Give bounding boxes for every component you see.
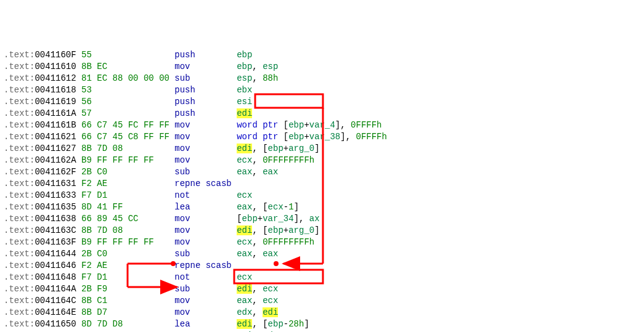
operands: esp, 88h [237, 73, 278, 83]
disasm-line[interactable]: .text:00411618 53 push ebx [4, 84, 640, 96]
disasm-line[interactable]: .text:0041160F 55 push ebp [4, 49, 640, 61]
address: 0041162F [35, 167, 81, 177]
address: 00411619 [35, 97, 81, 107]
opcode-bytes: F2 AE [81, 261, 174, 270]
address: 00411627 [35, 144, 81, 153]
address: 00411650 [35, 319, 81, 329]
disasm-line[interactable]: .text:00411631 F2 AE repne scasb [4, 178, 640, 190]
disasm-line[interactable]: .text:0041161A 57 push edi [4, 108, 640, 119]
operands: word ptr [ebp+var_38], 0FFFFh [237, 132, 387, 142]
mnemonic: not [174, 190, 237, 200]
mnemonic: not [174, 272, 237, 282]
address: 0041163C [35, 225, 81, 235]
operands: edi, [ebp+arg_0] [237, 225, 319, 235]
address: 00411648 [35, 272, 81, 282]
disasm-line[interactable]: .text:00411638 66 89 45 CC mov [ebp+var_… [4, 213, 640, 225]
disasm-line[interactable]: .text:0041164C 8B C1 mov eax, ecx [4, 295, 640, 307]
disasm-line[interactable]: .text:00411633 F7 D1 not ecx [4, 190, 640, 201]
segment-label: .text: [4, 237, 35, 247]
segment-label: .text: [4, 85, 35, 95]
address: 0041162A [35, 155, 81, 165]
mnemonic: mov [174, 120, 237, 130]
segment-label: .text: [4, 307, 35, 317]
segment-label: .text: [4, 214, 35, 224]
address: 00411633 [35, 190, 81, 200]
opcode-bytes: 8B C1 [81, 296, 174, 306]
operands: ebx [237, 85, 252, 95]
operands: [ebp+var_34], ax [237, 214, 319, 224]
operands: edi, ecx [237, 284, 278, 294]
mnemonic: push [174, 97, 237, 107]
segment-label: .text: [4, 155, 35, 165]
operands: ecx [237, 272, 252, 282]
mnemonic: mov [174, 62, 237, 71]
segment-label: .text: [4, 73, 35, 83]
disasm-line[interactable]: .text:0041163C 8B 7D 08 mov edi, [ebp+ar… [4, 225, 640, 237]
segment-label: .text: [4, 167, 35, 177]
opcode-bytes: 53 [81, 85, 174, 95]
opcode-bytes: 66 89 45 CC [81, 214, 174, 224]
mnemonic: mov [174, 307, 237, 317]
disasm-line[interactable]: .text:0041162F 2B C0 sub eax, eax [4, 166, 640, 178]
mnemonic: mov [174, 296, 237, 306]
mnemonic: mov [174, 155, 237, 165]
segment-label: .text: [4, 50, 35, 60]
segment-label: .text: [4, 179, 35, 188]
opcode-bytes: 55 [81, 50, 174, 60]
opcode-bytes: B9 FF FF FF FF [81, 155, 174, 165]
opcode-bytes: 8D 7D D8 [81, 319, 174, 329]
segment-label: .text: [4, 319, 35, 329]
opcode-bytes: 8B D7 [81, 307, 174, 317]
disasm-line[interactable]: .text:0041161B 66 C7 45 FC FF FF mov wor… [4, 119, 640, 131]
disasm-line[interactable]: .text:0041164E 8B D7 mov edx, edi [4, 307, 640, 318]
operands: edi, [ebp-28h] [237, 319, 309, 329]
mnemonic: sub [174, 167, 237, 177]
disasm-line[interactable]: .text:00411612 81 EC 88 00 00 00 sub esp… [4, 73, 640, 84]
mnemonic: push [174, 50, 237, 60]
address: 0041161A [35, 108, 81, 118]
opcode-bytes: F2 AE [81, 179, 174, 188]
disasm-line[interactable]: .text:00411650 8D 7D D8 lea edi, [ebp-28… [4, 318, 640, 330]
disasm-line[interactable]: .text:00411646 F2 AE repne scasb [4, 260, 640, 272]
opcode-bytes: F7 D1 [81, 190, 174, 200]
operands: esi [237, 97, 252, 107]
mnemonic: sub [174, 73, 237, 83]
operands: eax, ecx [237, 296, 278, 306]
opcode-bytes: F7 D1 [81, 272, 174, 282]
disasm-line[interactable]: .text:00411619 56 push esi [4, 96, 640, 108]
mnemonic: sub [174, 284, 237, 294]
mnemonic: mov [174, 237, 237, 247]
opcode-bytes: 2B C0 [81, 167, 174, 177]
disasm-line[interactable]: .text:00411644 2B C0 sub eax, eax [4, 248, 640, 260]
disasm-line[interactable]: .text:00411621 66 C7 45 C8 FF FF mov wor… [4, 131, 640, 143]
operands: ecx [237, 190, 252, 200]
operands: ebp [237, 50, 252, 60]
mnemonic: mov [174, 214, 237, 224]
address: 00411621 [35, 132, 81, 142]
operands: ecx, 0FFFFFFFFh [237, 237, 314, 247]
address: 00411644 [35, 249, 81, 259]
mnemonic: repne scasb [174, 261, 231, 270]
opcode-bytes: 56 [81, 97, 174, 107]
disasm-line[interactable]: .text:00411610 8B EC mov ebp, esp [4, 61, 640, 73]
disasm-line[interactable]: .text:0041162A B9 FF FF FF FF mov ecx, 0… [4, 155, 640, 166]
segment-label: .text: [4, 190, 35, 200]
address: 00411618 [35, 85, 81, 95]
disasm-line[interactable]: .text:0041164A 2B F9 sub edi, ecx [4, 283, 640, 295]
disassembly-listing: .text:0041160F 55 push ebp.text:00411610… [4, 49, 640, 332]
opcode-bytes: 8D 41 FF [81, 202, 174, 212]
disasm-line[interactable]: .text:00411648 F7 D1 not ecx [4, 272, 640, 283]
opcode-bytes: 66 C7 45 C8 FF FF [81, 132, 174, 142]
address: 00411610 [35, 62, 81, 71]
operands: eax, [ecx-1] [237, 202, 299, 212]
address: 00411631 [35, 179, 81, 188]
segment-label: .text: [4, 272, 35, 282]
disasm-line[interactable]: .text:0041163F B9 FF FF FF FF mov ecx, 0… [4, 237, 640, 248]
disasm-line[interactable]: .text:00411627 8B 7D 08 mov edi, [ebp+ar… [4, 143, 640, 155]
segment-label: .text: [4, 108, 35, 118]
mnemonic: lea [174, 202, 237, 212]
mnemonic: repne scasb [174, 179, 231, 188]
operands: edi [237, 108, 252, 118]
segment-label: .text: [4, 261, 35, 270]
disasm-line[interactable]: .text:00411635 8D 41 FF lea eax, [ecx-1] [4, 201, 640, 213]
